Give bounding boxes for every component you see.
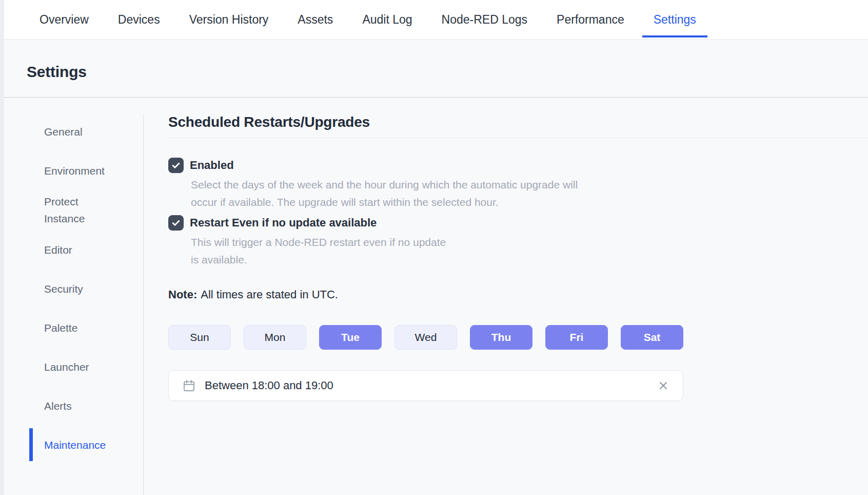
day-button-wed[interactable]: Wed <box>394 325 457 350</box>
tab-audit-log[interactable]: Audit Log <box>351 0 423 39</box>
time-window-input[interactable]: Between 18:00 and 19:00 <box>168 370 683 401</box>
sidebar-item-launcher[interactable]: Launcher <box>29 350 143 383</box>
instance-tabbar: Overview Devices Version History Assets … <box>4 0 868 40</box>
section-title: Scheduled Restarts/Upgrades <box>168 113 868 138</box>
sidebar-item-editor[interactable]: Editor <box>29 233 143 266</box>
instance-settings-page: Overview Devices Version History Assets … <box>4 0 868 495</box>
sidebar-item-general[interactable]: General <box>29 115 143 148</box>
day-button-fri[interactable]: Fri <box>545 325 608 350</box>
sidebar-item-environment[interactable]: Environment <box>29 154 143 187</box>
sidebar-item-label: Editor <box>44 241 72 258</box>
sidebar-item-protect-instance[interactable]: Protect Instance <box>29 193 143 227</box>
tab-node-red-logs[interactable]: Node-RED Logs <box>430 0 539 39</box>
restart-description: This will trigger a Node-RED restart eve… <box>191 234 868 269</box>
enabled-description: Select the days of the week and the hour… <box>191 176 868 211</box>
tab-performance[interactable]: Performance <box>545 0 636 39</box>
utc-note: Note:All times are stated in UTC. <box>168 287 868 302</box>
clear-time-button[interactable] <box>657 379 669 392</box>
sidebar-item-security[interactable]: Security <box>29 272 143 305</box>
note-label: Note: <box>168 288 197 301</box>
restart-label: Restart Even if no update available <box>190 216 377 230</box>
enabled-checkbox[interactable] <box>168 158 184 173</box>
sidebar-item-label: Launcher <box>44 358 89 375</box>
sidebar-item-label: Alerts <box>44 397 72 414</box>
settings-sidebar: General Environment Protect Instance Edi… <box>27 98 144 495</box>
sidebar-item-label: Environment <box>44 162 105 179</box>
maintenance-panel: Scheduled Restarts/Upgrades Enabled Sele… <box>144 98 868 495</box>
day-selector: Sun Mon Tue Wed Thu Fri Sat <box>168 325 868 350</box>
day-button-thu[interactable]: Thu <box>470 325 532 350</box>
sidebar-item-label: General <box>44 123 83 140</box>
restart-checkbox[interactable] <box>168 215 184 231</box>
description-line: occur if available. The upgrade will sta… <box>191 194 868 211</box>
enabled-label: Enabled <box>190 159 234 172</box>
sidebar-item-label: Maintenance <box>44 436 106 453</box>
day-button-mon[interactable]: Mon <box>244 325 306 350</box>
sidebar-item-palette[interactable]: Palette <box>29 311 143 344</box>
page-header: Settings <box>4 40 868 98</box>
sidebar-item-maintenance[interactable]: Maintenance <box>29 428 143 461</box>
check-icon <box>171 160 181 170</box>
tab-version-history[interactable]: Version History <box>178 0 280 39</box>
tab-settings[interactable]: Settings <box>642 0 707 39</box>
sidebar-item-alerts[interactable]: Alerts <box>29 389 143 422</box>
time-window-value: Between 18:00 and 19:00 <box>205 379 333 392</box>
restart-option-row: Restart Even if no update available <box>168 215 868 231</box>
day-button-tue[interactable]: Tue <box>319 325 382 350</box>
check-icon <box>171 218 181 228</box>
x-icon <box>657 379 669 392</box>
page-title: Settings <box>27 62 868 82</box>
description-line: is available. <box>191 251 868 269</box>
description-line: Select the days of the week and the hour… <box>191 176 868 194</box>
day-button-sat[interactable]: Sat <box>621 325 683 350</box>
tab-overview[interactable]: Overview <box>28 0 100 39</box>
tab-assets[interactable]: Assets <box>286 0 344 39</box>
day-button-sun[interactable]: Sun <box>168 325 231 350</box>
sidebar-item-label: Protect Instance <box>44 193 116 227</box>
note-text: All times are stated in UTC. <box>201 288 338 301</box>
tab-devices[interactable]: Devices <box>107 0 171 39</box>
description-line: This will trigger a Node-RED restart eve… <box>191 234 868 251</box>
sidebar-item-label: Security <box>44 280 83 297</box>
sidebar-item-label: Palette <box>44 319 77 336</box>
enabled-option-row: Enabled <box>168 158 868 173</box>
calendar-icon <box>182 379 196 393</box>
